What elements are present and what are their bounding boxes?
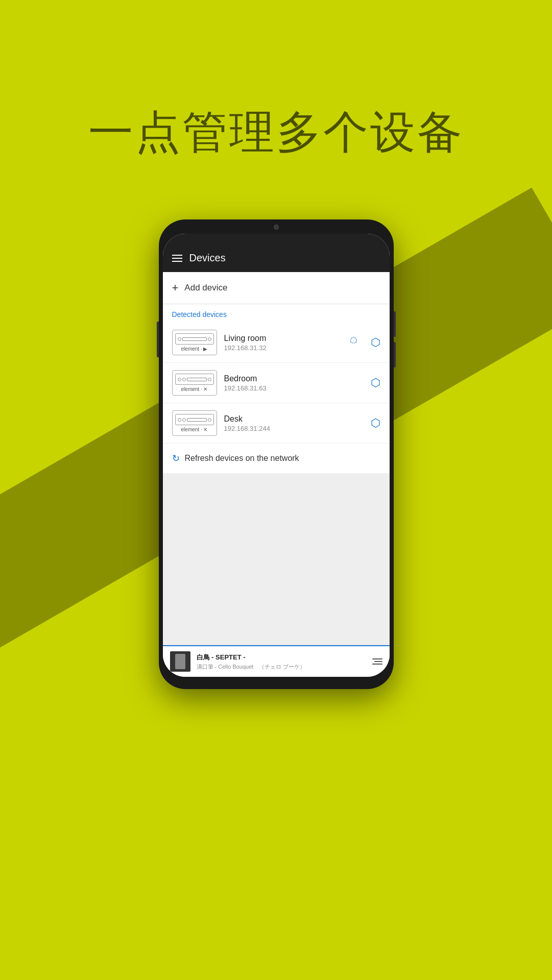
page-title: 一点管理多个设备 <box>0 102 552 163</box>
device-settings-hex[interactable]: ⬡ <box>371 376 380 389</box>
refresh-devices-row[interactable]: ↻ Refresh devices on the network <box>163 444 390 474</box>
volume-down-button[interactable] <box>394 342 396 368</box>
refresh-label: Refresh devices on the network <box>185 454 299 463</box>
device-icon-living-room: element · ▶ <box>172 330 217 355</box>
gray-fill-area <box>163 474 390 645</box>
device-info: Desk 192.168.31.244 <box>224 414 364 432</box>
dev-rect <box>182 337 207 341</box>
dev-circle <box>182 418 186 422</box>
dev-circle <box>178 378 181 381</box>
dev-circle <box>178 337 181 341</box>
now-playing-title: 白鳥 - SEPTET - <box>197 653 366 662</box>
add-icon: + <box>172 281 179 295</box>
dev-circle <box>208 418 211 422</box>
device-list: element · ▶ Living room 192.168.31.32 ⬡ <box>163 323 390 444</box>
device-ip: 192.168.31.244 <box>224 425 364 432</box>
device-name: Bedroom <box>224 374 364 383</box>
hamburger-line <box>172 255 182 256</box>
hamburger-menu-button[interactable] <box>172 255 182 262</box>
dev-rect <box>187 378 207 381</box>
device-icon-inner <box>175 414 214 425</box>
dev-circle <box>182 378 186 381</box>
app-bar: Devices <box>163 234 390 272</box>
queue-icon-button[interactable] <box>372 658 382 665</box>
phone-screen: Devices + Add device Detected devices <box>163 234 390 677</box>
refresh-icon: ↻ <box>172 453 180 464</box>
now-playing-info: 白鳥 - SEPTET - 溝口筆 - Cello Bouquet （チェロ ブ… <box>197 653 366 671</box>
device-ip: 192.168.31.32 <box>224 344 343 352</box>
device-model-label: element · ✕ <box>181 386 208 392</box>
device-info: Bedroom 192.168.31.63 <box>224 374 364 392</box>
device-model-label: element · ✕ <box>181 427 208 432</box>
dev-rect <box>187 418 207 422</box>
device-settings-hex[interactable]: ⬡ <box>371 416 380 430</box>
device-icon-inner <box>175 374 214 385</box>
device-settings-icon[interactable] <box>350 336 364 349</box>
device-name: Living room <box>224 334 343 343</box>
dev-circle <box>208 337 211 341</box>
album-art-figure <box>175 654 185 669</box>
dev-circle <box>178 418 181 422</box>
dev-circle <box>208 378 211 381</box>
queue-line <box>374 661 382 662</box>
device-icon-inner <box>175 333 214 345</box>
now-playing-subtitle: 溝口筆 - Cello Bouquet （チェロ ブーケ） <box>197 663 366 671</box>
queue-line <box>372 658 382 659</box>
volume-up-button[interactable] <box>394 311 396 337</box>
camera-sensor <box>274 225 279 230</box>
content-area: + Add device Detected devices <box>163 272 390 677</box>
hamburger-line <box>172 261 182 262</box>
hamburger-line <box>172 258 182 259</box>
app-bar-title: Devices <box>189 252 226 264</box>
phone-shell: Devices + Add device Detected devices <box>159 219 394 689</box>
device-icon-bedroom: element · ✕ <box>172 370 217 396</box>
phone-notch <box>235 219 317 234</box>
device-name: Desk <box>224 414 364 424</box>
add-device-label: Add device <box>184 283 227 293</box>
power-button[interactable] <box>157 322 159 357</box>
now-playing-bar[interactable]: 白鳥 - SEPTET - 溝口筆 - Cello Bouquet （チェロ ブ… <box>163 645 390 677</box>
add-device-row[interactable]: + Add device <box>163 272 390 304</box>
device-ip: 192.168.31.63 <box>224 384 364 392</box>
album-art <box>170 651 190 672</box>
svg-marker-0 <box>350 337 357 344</box>
device-icon-desk: element · ✕ <box>172 410 217 436</box>
queue-line <box>372 664 382 665</box>
phone-device: Devices + Add device Detected devices <box>159 219 394 689</box>
device-row[interactable]: element · ✕ Bedroom 192.168.31.63 ⬡ <box>163 363 390 403</box>
device-info: Living room 192.168.31.32 <box>224 334 343 352</box>
device-settings-hex[interactable]: ⬡ <box>371 336 380 349</box>
device-row[interactable]: element · ✕ Desk 192.168.31.244 ⬡ <box>163 403 390 444</box>
device-model-label: element · ▶ <box>181 346 208 352</box>
device-row[interactable]: element · ▶ Living room 192.168.31.32 ⬡ <box>163 323 390 363</box>
detected-devices-section-label: Detected devices <box>163 304 390 323</box>
